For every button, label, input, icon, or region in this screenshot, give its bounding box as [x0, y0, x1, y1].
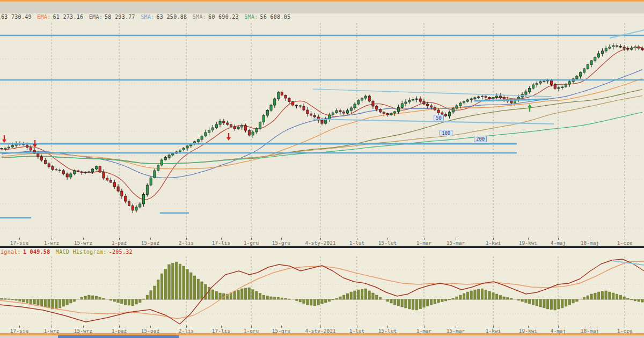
indicator-legend: 63 730.49 EMA:61 273.16 EMA:58 293.77 SM… — [0, 14, 644, 21]
window-toolbar-strip — [0, 2, 644, 13]
main-x-axis: 17-sie1-wrz15-wrz1-paź15-paź2-lis17-lis1… — [0, 238, 644, 246]
sma3-label: SMA: — [244, 14, 258, 20]
macd-hist-label: MACD Histogram: — [56, 249, 107, 255]
x-axis-label: 1-cze — [617, 240, 633, 246]
candlestick-chart-canvas[interactable] — [0, 21, 644, 238]
macd-line — [0, 259, 644, 324]
x-axis-label: 15-paź — [141, 240, 159, 246]
sma2-label: SMA: — [193, 14, 206, 20]
sma2-value: 60 690.23 — [208, 14, 239, 20]
x-axis-label: 15-wrz — [74, 240, 92, 246]
x-axis-label: 19-kwi — [519, 240, 537, 246]
ma-period-label-100[interactable]: 100 — [440, 130, 452, 136]
ema2-value: 58 293.77 — [105, 14, 135, 20]
ma-period-label-50[interactable]: 50 — [434, 115, 444, 121]
macd-chart-canvas[interactable] — [0, 256, 644, 326]
macd-hist-value: -205.32 — [109, 249, 133, 255]
candlesticks — [1, 43, 643, 213]
ma-period-label-200[interactable]: 200 — [474, 136, 487, 142]
sma1-label: SMA: — [141, 14, 154, 20]
taskbar-fragment[interactable] — [58, 335, 179, 338]
x-axis-label: 18-maj — [581, 240, 599, 246]
x-axis-label: 15-mar — [447, 240, 465, 246]
price-value: 63 730.49 — [1, 14, 32, 20]
x-axis-label: 4-sty-2021 — [305, 240, 335, 246]
ema1-value: 61 273.16 — [53, 14, 84, 20]
macd-lines — [0, 259, 644, 324]
sell-arrow-icon — [226, 133, 231, 141]
sell-arrow-icon — [2, 135, 6, 143]
sma3-value: 56 608.05 — [260, 14, 291, 20]
x-axis-label: 1-gru — [244, 240, 259, 246]
support-resistance-line[interactable] — [313, 89, 552, 97]
x-axis-label: 15-lut — [378, 240, 397, 246]
ema2-label: EMA: — [89, 14, 103, 20]
macd-legend: ignal:1 049.58 MACD Histogram:-205.32 — [0, 249, 643, 256]
x-axis-label: 1-paź — [112, 240, 127, 246]
main-gridlines — [0, 23, 644, 238]
x-axis-label: 4-maj — [551, 240, 566, 246]
x-axis-label: 17-sie — [10, 240, 28, 246]
macd-signal-value: 1 049.58 — [23, 249, 50, 255]
x-axis-label: 1-lut — [349, 240, 365, 246]
price-chart-panel[interactable]: 63 730.49 EMA:61 273.16 EMA:58 293.77 SM… — [0, 13, 644, 246]
x-axis-label: 1-mar — [416, 240, 432, 246]
macd-signal-label: ignal: — [1, 249, 21, 255]
sma1-value: 63 250.88 — [157, 14, 187, 20]
ema1-label: EMA: — [37, 14, 50, 20]
chart-window: 63 730.49 EMA:61 273.16 EMA:58 293.77 SM… — [0, 0, 644, 338]
support-resistance-line[interactable] — [610, 30, 644, 38]
macd-gridlines — [0, 256, 644, 326]
macd-histogram — [1, 262, 644, 310]
x-axis-label: 17-lis — [212, 240, 230, 246]
macd-x-axis: 17-sie1-wrz15-wrz1-paź15-paź2-lis17-lis1… — [0, 326, 644, 333]
x-axis-label: 1-wrz — [44, 240, 60, 246]
macd-panel[interactable]: ignal:1 049.58 MACD Histogram:-205.32 17… — [0, 248, 644, 333]
x-axis-label: 1-kwi — [486, 240, 501, 246]
x-axis-label: 15-gru — [272, 240, 290, 246]
x-axis-label: 2-lis — [179, 240, 194, 246]
